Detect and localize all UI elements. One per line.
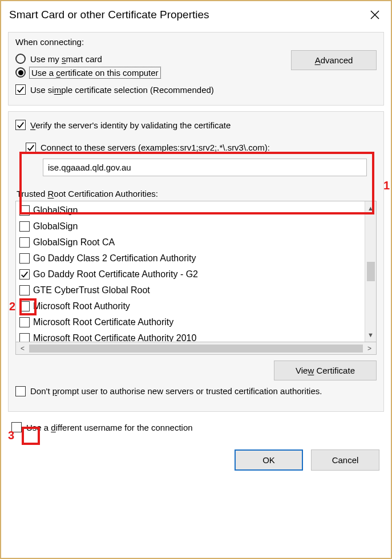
checkbox-verify-identity[interactable] [15,120,26,130]
ca-item-checkbox[interactable] [19,285,30,295]
trusted-root-label: Trusted Root Certification Authorities: [17,189,377,199]
horizontal-scrollbar[interactable]: < > [15,342,377,355]
input-server-names[interactable] [43,159,367,176]
checkbox-verify-identity-label: Verify the server's identity by validati… [30,120,231,130]
checkbox-different-username-label: Use a different username for the connect… [26,423,193,432]
ca-item-label: GlobalSign Root CA [33,235,115,250]
verify-group: Verify the server's identity by validati… [8,111,384,412]
ca-list-item[interactable]: GTE CyberTrust Global Root [16,282,365,298]
checkbox-connect-servers-label: Connect to these servers (examples:srv1;… [41,143,270,152]
ca-item-checkbox[interactable] [19,301,30,311]
ca-item-checkbox[interactable] [19,205,30,216]
ca-list-item[interactable]: Microsoft Root Certificate Authority 201… [16,330,365,342]
ca-item-checkbox[interactable] [19,221,30,232]
hscroll-thumb[interactable] [29,345,363,353]
checkbox-different-username[interactable] [11,422,22,432]
ca-item-checkbox[interactable] [19,237,30,248]
vertical-scrollbar[interactable]: ▲ ▼ [365,201,376,342]
ca-item-label: Go Daddy Root Certificate Authority - G2 [33,267,198,282]
ca-item-label: Go Daddy Class 2 Certification Authority [33,251,196,266]
radio-use-smart-card[interactable] [15,54,26,64]
when-connecting-heading: When connecting: [15,37,377,47]
scroll-thumb[interactable] [367,262,375,281]
ca-item-checkbox[interactable] [19,253,30,264]
ca-item-label: GTE CyberTrust Global Root [33,283,150,298]
trusted-root-list[interactable]: GlobalSignGlobalSignGlobalSign Root CAGo… [15,201,377,342]
ca-list-item[interactable]: GlobalSign [16,218,365,234]
scroll-right-icon[interactable]: > [367,345,371,353]
ca-item-label: Microsoft Root Authority [33,299,130,314]
scroll-down-icon[interactable]: ▼ [367,331,374,338]
radio-use-certificate-computer[interactable] [15,67,26,78]
ca-item-label: GlobalSign [33,203,78,218]
checkbox-simple-selection-label: Use simple certificate selection (Recomm… [30,85,214,95]
checkbox-dont-prompt[interactable] [15,386,26,396]
scroll-up-icon[interactable]: ▲ [367,205,374,212]
ca-list-item[interactable]: GlobalSign Root CA [16,234,365,250]
ca-list-item[interactable]: Go Daddy Class 2 Certification Authority [16,250,365,266]
ca-list-item[interactable]: Go Daddy Root Certificate Authority - G2 [16,266,365,282]
dialog-title: Smart Card or other Certificate Properti… [9,9,209,21]
ca-list-item[interactable]: Microsoft Root Certificate Authority [16,314,365,330]
checkbox-connect-servers[interactable] [26,143,36,153]
radio-use-certificate-computer-label: Use a certificate on this computer [30,68,160,78]
view-certificate-button[interactable]: View Certificate [274,360,377,380]
ca-item-label: GlobalSign [33,219,78,234]
ca-item-label: Microsoft Root Certificate Authority [33,315,173,330]
checkbox-dont-prompt-label: Don't prompt user to authorise new serve… [30,386,322,396]
ca-item-checkbox[interactable] [19,269,30,280]
ca-list-item[interactable]: GlobalSign [16,202,365,218]
ca-item-checkbox[interactable] [19,317,30,327]
ca-item-label: Microsoft Root Certificate Authority 201… [33,331,196,342]
when-connecting-group: When connecting: Use my smart card Use a… [8,32,384,106]
checkbox-simple-selection[interactable] [15,84,26,95]
ca-list-item[interactable]: Microsoft Root Authority [16,298,365,314]
cancel-button[interactable]: Cancel [311,449,379,471]
ca-item-checkbox[interactable] [19,333,30,342]
scroll-left-icon[interactable]: < [21,345,25,353]
close-icon[interactable] [367,7,383,23]
advanced-button[interactable]: Advanced [291,50,377,70]
ok-button[interactable]: OK [235,449,303,471]
radio-use-smart-card-label: Use my smart card [30,54,102,64]
